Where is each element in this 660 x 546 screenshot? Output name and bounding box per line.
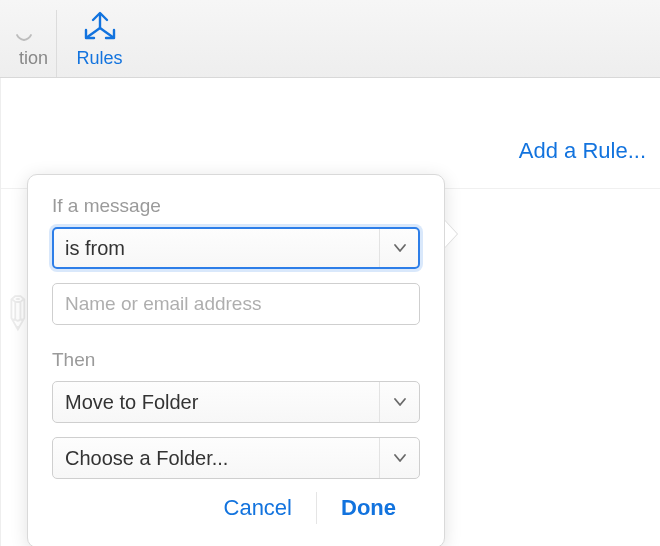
expand-icon (0, 16, 48, 42)
action-dropdown-value: Move to Folder (65, 391, 198, 414)
cancel-button[interactable]: Cancel (200, 485, 316, 531)
condition-dropdown-value: is from (65, 237, 125, 260)
popover-actions: Cancel Done (52, 485, 420, 531)
chevron-down-icon (379, 229, 419, 267)
condition-dropdown[interactable]: is from (52, 227, 420, 269)
toolbar: tion Rules (0, 0, 660, 78)
condition-label: If a message (52, 195, 420, 217)
toolbar-label-truncated: tion (0, 48, 48, 69)
chevron-down-icon (379, 382, 419, 422)
add-rule-link[interactable]: Add a Rule... (519, 138, 646, 164)
value-input[interactable] (52, 283, 420, 325)
toolbar-item-rules[interactable]: Rules (56, 10, 142, 77)
target-dropdown[interactable]: Choose a Folder... (52, 437, 420, 479)
rule-popover: If a message is from Then Move to Folder… (27, 174, 445, 546)
chevron-down-icon (379, 438, 419, 478)
rules-arrows-icon (57, 10, 142, 42)
action-label: Then (52, 349, 420, 371)
content-area: ✎ Add a Rule... If a message is from The… (0, 78, 660, 546)
action-dropdown[interactable]: Move to Folder (52, 381, 420, 423)
target-dropdown-value: Choose a Folder... (65, 447, 228, 470)
popover-arrow-icon (432, 219, 458, 249)
toolbar-label-rules: Rules (57, 48, 142, 69)
done-button[interactable]: Done (317, 485, 420, 531)
toolbar-item-truncated[interactable]: tion (0, 16, 56, 77)
